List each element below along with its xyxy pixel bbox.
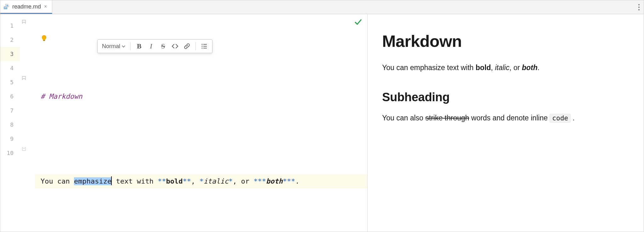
svg-point-3 <box>638 4 640 5</box>
tab-readme[interactable]: MD readme.md × <box>0 0 52 14</box>
line-number: 4 <box>0 61 14 75</box>
markdown-file-icon: MD <box>3 3 10 10</box>
line-number: 1 <box>0 19 14 33</box>
line-number: 8 <box>0 118 14 132</box>
code-button[interactable] <box>169 41 181 52</box>
paragraph-style-label: Normal <box>102 43 120 50</box>
svg-point-9 <box>201 47 202 48</box>
fold-handle-icon[interactable] <box>22 19 26 24</box>
svg-point-4 <box>638 7 640 8</box>
svg-point-5 <box>638 9 640 10</box>
line-number: 3 <box>0 47 20 61</box>
separator <box>130 42 131 50</box>
code-line[interactable] <box>35 132 367 146</box>
chevron-down-icon <box>122 43 125 50</box>
tab-filename: readme.md <box>12 3 41 10</box>
bold-button[interactable]: B <box>133 41 145 52</box>
line-number: 10 <box>0 146 14 160</box>
tab-bar: MD readme.md × <box>0 0 644 14</box>
fold-end-icon <box>22 147 26 151</box>
svg-rect-6 <box>43 40 45 41</box>
separator <box>195 42 196 50</box>
workspace: 1 2 3 4 5 6 7 8 9 10 # Markdown You can … <box>0 14 644 232</box>
code-line[interactable]: # Markdown <box>35 89 367 103</box>
fold-gutter <box>20 14 35 232</box>
preview-heading-2: Subheading <box>382 91 629 104</box>
tab-close-button[interactable]: × <box>43 4 48 9</box>
italic-button[interactable]: I <box>145 41 157 52</box>
preview-paragraph: You can also strike through words and de… <box>382 113 629 123</box>
preview-paragraph: You can emphasize text with bold, italic… <box>382 63 629 73</box>
preview-inline-code: code <box>550 114 571 123</box>
inspection-ok-icon[interactable] <box>354 17 362 31</box>
strikethrough-button[interactable]: S <box>157 41 169 52</box>
svg-point-8 <box>201 46 202 47</box>
svg-point-7 <box>201 44 202 45</box>
svg-point-2 <box>7 5 8 7</box>
line-number: 7 <box>0 103 14 118</box>
preview-heading-1: Markdown <box>382 32 629 51</box>
editor-pane: 1 2 3 4 5 6 7 8 9 10 # Markdown You can … <box>0 14 368 232</box>
line-number: 6 <box>0 89 14 103</box>
link-button[interactable] <box>181 41 193 52</box>
line-number: 9 <box>0 132 14 146</box>
line-number-gutter: 1 2 3 4 5 6 7 8 9 10 <box>0 14 20 232</box>
list-button[interactable] <box>198 41 210 52</box>
fold-handle-icon[interactable] <box>22 76 26 80</box>
preview-pane: Markdown You can emphasize text with bol… <box>368 14 644 232</box>
line-number: 2 <box>0 33 14 47</box>
intention-bulb-icon[interactable] <box>41 32 48 46</box>
floating-format-toolbar: Normal B I S <box>97 39 212 53</box>
line-number: 5 <box>0 75 14 89</box>
code-line[interactable] <box>35 217 367 231</box>
code-line[interactable]: You can emphasize text with **bold**, *i… <box>35 174 367 188</box>
tabbar-more-button[interactable] <box>634 0 644 14</box>
paragraph-style-dropdown[interactable]: Normal <box>99 43 128 50</box>
